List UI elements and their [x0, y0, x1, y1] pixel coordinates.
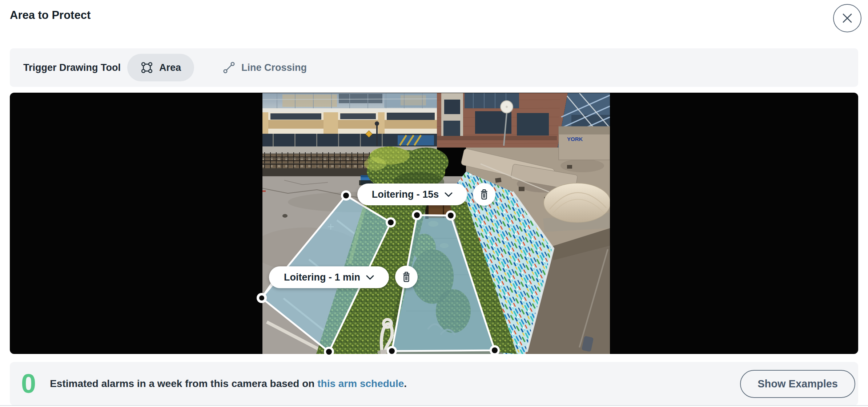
vertex-handle[interactable]	[490, 345, 500, 355]
estimate-text: Estimated alarms in a week from this cam…	[50, 378, 407, 390]
vertex-handle[interactable]	[341, 190, 351, 201]
estimate-footer: 0 Estimated alarms in a week from this c…	[10, 362, 858, 406]
area-polygon-icon	[140, 61, 153, 74]
page-title: Area to Protect	[10, 9, 91, 22]
region-2-trigger-label: Loitering - 1 min	[284, 272, 360, 283]
bottom-divider	[0, 405, 868, 406]
region-2-delete-button[interactable]	[395, 266, 418, 288]
line-crossing-icon	[222, 61, 236, 74]
camera-viewport: YORK	[10, 93, 858, 354]
chevron-down-icon	[445, 192, 453, 197]
arm-schedule-link[interactable]: this arm schedule	[317, 378, 404, 389]
region-1-trigger-label: Loitering - 15s	[372, 189, 439, 200]
vertex-handle[interactable]	[446, 210, 456, 221]
close-button[interactable]	[833, 4, 861, 32]
region-2-trigger-dropdown[interactable]: Loitering - 1 min	[269, 266, 389, 288]
area-to-protect-dialog: Area to Protect Trigger Drawing Tool Are…	[0, 0, 868, 407]
tool-line-crossing-label: Line Crossing	[241, 62, 307, 73]
trash-icon	[402, 271, 411, 282]
estimate-text-period: .	[404, 378, 407, 389]
toolbar-label: Trigger Drawing Tool	[23, 62, 121, 73]
tool-line-crossing-button[interactable]: Line Crossing	[209, 54, 320, 81]
show-examples-button[interactable]: Show Examples	[740, 370, 855, 398]
camera-frame: YORK	[262, 93, 610, 354]
vertex-handle[interactable]	[387, 346, 397, 356]
trash-icon	[479, 189, 489, 200]
chevron-down-icon	[366, 275, 374, 280]
region-1-delete-button[interactable]	[473, 183, 495, 206]
detection-overlay	[262, 93, 610, 354]
close-icon	[842, 13, 853, 24]
vertex-handle[interactable]	[324, 347, 334, 357]
estimate-text-before-link: Estimated alarms in a week from this cam…	[50, 378, 317, 389]
trigger-drawing-toolbar: Trigger Drawing Tool Area Line Crossing	[10, 48, 858, 87]
region-1-trigger-dropdown[interactable]: Loitering - 15s	[357, 184, 467, 205]
tool-area-label: Area	[159, 62, 181, 73]
vertex-handle[interactable]	[386, 217, 396, 227]
tool-area-button[interactable]: Area	[127, 54, 194, 81]
vertex-handle[interactable]	[257, 293, 267, 303]
vertex-handle[interactable]	[412, 210, 422, 220]
estimated-alarm-count: 0	[21, 370, 36, 397]
